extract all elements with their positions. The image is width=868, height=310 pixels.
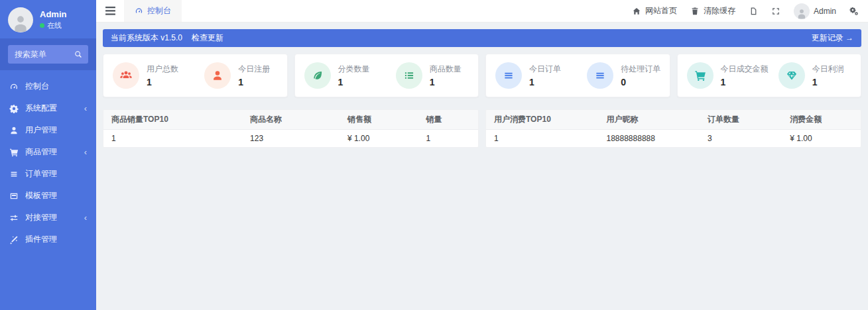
table-cell: 1 bbox=[486, 130, 599, 148]
user-name: Admin bbox=[40, 9, 66, 19]
sidebar-item-label: 对接管理 bbox=[25, 212, 57, 223]
sidebar-item-label: 系统配置 bbox=[25, 103, 57, 114]
leaf-icon bbox=[304, 62, 331, 89]
stat-value: 1 bbox=[812, 77, 844, 87]
user-status: 在线 bbox=[40, 21, 66, 30]
home-icon bbox=[632, 7, 641, 16]
stat-label: 商品数量 bbox=[430, 64, 462, 75]
clear-cache-link[interactable]: 清除缓存 bbox=[690, 5, 735, 17]
paste-icon bbox=[749, 7, 758, 16]
user-avatar bbox=[794, 3, 810, 19]
list-icon bbox=[495, 62, 522, 89]
clear-cache-label: 清除缓存 bbox=[704, 5, 735, 17]
gear-icon bbox=[9, 104, 19, 113]
bullet-list-icon bbox=[396, 62, 422, 89]
sidebar-user-block: Admin 在线 bbox=[0, 0, 96, 38]
sidebar-menu: 控制台 系统配置 ‹ 用户管理 商品管理 ‹ 订单管理 模板管理 对接管理 ‹ bbox=[0, 70, 96, 256]
stat-product-count: 商品数量 1 bbox=[387, 62, 478, 89]
stat-pending-orders: 待处理订单 0 bbox=[578, 62, 669, 89]
trash-icon bbox=[690, 7, 700, 16]
column-header: 销售额 bbox=[340, 110, 418, 130]
stat-value: 1 bbox=[238, 77, 270, 87]
sidebar-item-order-management[interactable]: 订单管理 bbox=[0, 163, 96, 185]
paste-button[interactable] bbox=[749, 7, 758, 16]
column-header: 订单数量 bbox=[700, 110, 782, 130]
stat-card-users: 用户总数 1 今日注册 1 bbox=[103, 54, 288, 97]
sidebar-item-label: 控制台 bbox=[25, 81, 49, 92]
search-icon bbox=[74, 50, 83, 59]
stat-label: 今日订单 bbox=[529, 64, 561, 75]
stat-value: 1 bbox=[529, 77, 561, 87]
stat-card-revenue: 今日成交金额 1 今日利润 1 bbox=[677, 54, 862, 97]
sidebar-item-console[interactable]: 控制台 bbox=[0, 76, 96, 97]
stat-card-catalog: 分类数量 1 商品数量 1 bbox=[294, 54, 479, 97]
sidebar: Admin 在线 控制台 系统配置 ‹ 用户管理 bbox=[0, 0, 96, 310]
chevron-left-icon: ‹ bbox=[84, 213, 87, 222]
check-update-link[interactable]: 检查更新 bbox=[192, 32, 223, 44]
stat-category-count: 分类数量 1 bbox=[295, 62, 387, 89]
main-area: 控制台 网站首页 清除缓存 Admin bbox=[96, 0, 868, 310]
table-cell: 18888888888 bbox=[599, 130, 700, 148]
table-header-row: 用户消费TOP10 用户昵称 订单数量 消费金额 bbox=[486, 110, 861, 130]
table-cell: ¥ 1.00 bbox=[340, 130, 418, 148]
table-cell: 3 bbox=[700, 130, 782, 148]
user-menu-label: Admin bbox=[814, 7, 836, 16]
column-header: 消费金额 bbox=[782, 110, 861, 130]
stat-label: 用户总数 bbox=[147, 64, 178, 75]
topbar-right: 网站首页 清除缓存 Admin bbox=[632, 0, 868, 22]
cogs-icon bbox=[849, 7, 859, 16]
list-icon bbox=[9, 170, 19, 179]
table-row: 1 18888888888 3 ¥ 1.00 bbox=[486, 130, 861, 148]
stat-value: 1 bbox=[338, 77, 370, 87]
column-header: 商品名称 bbox=[242, 110, 340, 130]
stat-label: 今日注册 bbox=[238, 64, 270, 75]
version-notice-bar: 当前系统版本 v1.5.0 检查更新 更新记录 → bbox=[103, 29, 861, 47]
user-menu[interactable]: Admin bbox=[794, 3, 836, 19]
sidebar-search-strip bbox=[0, 38, 96, 70]
sidebar-item-user-management[interactable]: 用户管理 bbox=[0, 119, 96, 141]
fullscreen-button[interactable] bbox=[771, 7, 780, 16]
list-icon bbox=[587, 62, 613, 89]
stat-value: 1 bbox=[147, 77, 178, 87]
dashboard-icon bbox=[9, 82, 19, 91]
sidebar-item-label: 订单管理 bbox=[25, 168, 57, 180]
stat-label: 分类数量 bbox=[338, 64, 370, 75]
main-content: 当前系统版本 v1.5.0 检查更新 更新记录 → 用户总数 1 bbox=[96, 23, 868, 310]
stat-label: 待处理订单 bbox=[621, 64, 660, 75]
sidebar-item-product-management[interactable]: 商品管理 ‹ bbox=[0, 141, 96, 163]
stat-value: 1 bbox=[430, 77, 462, 87]
template-icon bbox=[9, 191, 19, 201]
sidebar-item-api-management[interactable]: 对接管理 ‹ bbox=[0, 207, 96, 229]
stat-label: 今日成交金额 bbox=[721, 64, 769, 75]
sliders-icon bbox=[9, 213, 19, 223]
table-cell: ¥ 1.00 bbox=[782, 130, 861, 148]
dashboard-icon bbox=[135, 7, 143, 15]
wand-icon bbox=[9, 235, 19, 244]
settings-button[interactable] bbox=[849, 7, 859, 16]
cart-icon bbox=[687, 62, 713, 89]
sidebar-item-template-management[interactable]: 模板管理 bbox=[0, 185, 96, 207]
site-home-label: 网站首页 bbox=[645, 5, 677, 17]
update-log-link[interactable]: 更新记录 → bbox=[812, 32, 853, 44]
sidebar-toggle-button[interactable] bbox=[96, 0, 124, 22]
user-icon bbox=[9, 126, 19, 135]
stat-today-orders: 今日订单 1 bbox=[486, 62, 578, 89]
stat-label: 今日利润 bbox=[812, 64, 844, 75]
stat-today-profit: 今日利润 1 bbox=[769, 62, 861, 89]
sidebar-item-plugin-management[interactable]: 插件管理 bbox=[0, 229, 96, 250]
site-home-link[interactable]: 网站首页 bbox=[632, 5, 677, 17]
column-header: 用户消费TOP10 bbox=[486, 110, 599, 130]
version-text: 当前系统版本 v1.5.0 bbox=[111, 32, 182, 44]
table-cell: 123 bbox=[242, 130, 340, 148]
stat-card-orders: 今日订单 1 待处理订单 0 bbox=[485, 54, 670, 97]
person-icon bbox=[11, 13, 31, 32]
column-header: 用户昵称 bbox=[599, 110, 700, 130]
stat-value: 1 bbox=[721, 77, 769, 87]
table-header-row: 商品销量TOP10 商品名称 销售额 销量 bbox=[103, 110, 478, 130]
sidebar-item-system-config[interactable]: 系统配置 ‹ bbox=[0, 97, 96, 119]
sidebar-item-label: 商品管理 bbox=[25, 146, 57, 158]
tab-console[interactable]: 控制台 bbox=[124, 0, 182, 22]
user-avatar bbox=[8, 7, 33, 32]
stat-value: 0 bbox=[621, 77, 660, 87]
stat-today-registered: 今日注册 1 bbox=[195, 62, 286, 89]
